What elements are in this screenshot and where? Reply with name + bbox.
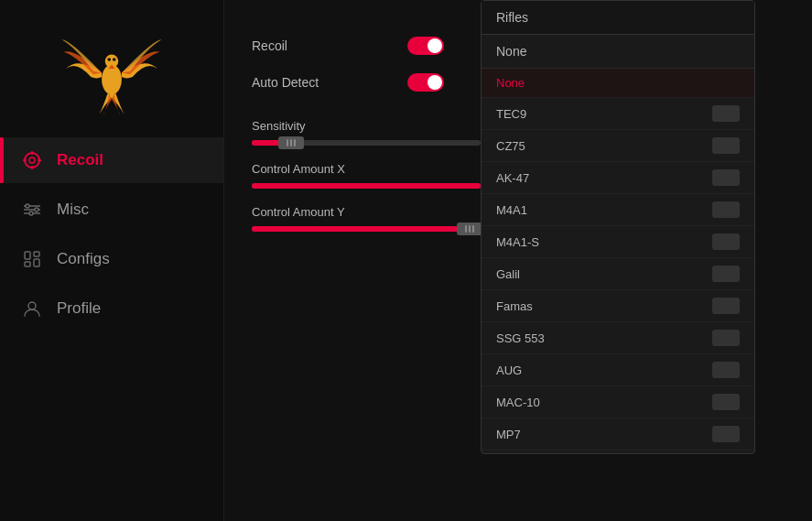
misc-label: Misc	[57, 201, 89, 219]
control-amount-y-thumb	[457, 223, 482, 235]
svg-rect-18	[34, 252, 39, 256]
dropdown-item-thumbnail	[712, 105, 740, 122]
dropdown-selected[interactable]: None	[482, 35, 754, 69]
dropdown-item-thumbnail	[712, 233, 740, 250]
sensitivity-thumb	[278, 136, 304, 149]
misc-icon	[22, 200, 42, 220]
dropdown-item[interactable]: AUG	[482, 354, 754, 386]
dropdown-item[interactable]: MP9	[482, 450, 754, 453]
recoil-toggle-label: Recoil	[252, 38, 334, 53]
phoenix-logo	[61, 23, 162, 114]
main-content: Recoil Auto Detect Sensitivity Control A	[224, 0, 812, 521]
svg-point-0	[102, 64, 122, 94]
dropdown-item-label: Famas	[496, 299, 533, 313]
dropdown-item-label: M4A1	[496, 203, 527, 217]
dropdown-item[interactable]: CZ75	[482, 130, 754, 162]
dropdown-item[interactable]: None	[482, 69, 754, 98]
dropdown-item[interactable]: MP7	[482, 418, 754, 450]
dropdown-item[interactable]: M4A1	[482, 194, 754, 226]
dropdown-item-label: TEC9	[496, 107, 526, 121]
dropdown-item[interactable]: TEC9	[482, 98, 754, 130]
svg-point-4	[113, 58, 116, 61]
control-amount-y-fill	[252, 226, 470, 232]
dropdown-item-label: None	[496, 76, 525, 90]
dropdown-item[interactable]: SSG 553	[482, 322, 754, 354]
svg-point-16	[29, 212, 33, 215]
sensitivity-slider[interactable]	[252, 140, 481, 146]
dropdown-item-thumbnail	[712, 137, 740, 154]
sidebar-item-configs[interactable]: Configs	[0, 236, 223, 282]
dropdown-item-thumbnail	[712, 169, 740, 186]
dropdown-item-label: AUG	[496, 364, 522, 377]
dropdown-item-thumbnail	[712, 201, 740, 218]
control-amount-x-slider[interactable]	[252, 183, 481, 189]
configs-label: Configs	[57, 250, 110, 268]
svg-point-21	[28, 302, 36, 309]
dropdown-item-thumbnail	[712, 298, 740, 314]
svg-point-14	[26, 204, 29, 208]
dropdown-header: Rifles	[482, 1, 754, 35]
weapon-dropdown: Rifles None NoneTEC9CZ75AK-47M4A1M4A1-SG…	[481, 0, 755, 454]
dropdown-item-label: MP7	[496, 428, 521, 441]
dropdown-item-label: M4A1-S	[496, 235, 539, 249]
recoil-toggle[interactable]	[407, 37, 444, 55]
svg-rect-17	[25, 252, 30, 259]
control-amount-y-slider[interactable]: 100Y	[252, 226, 481, 232]
recoil-label: Recoil	[57, 151, 103, 169]
configs-icon	[22, 249, 42, 269]
svg-rect-20	[34, 259, 39, 266]
sidebar: Recoil Misc	[0, 0, 224, 521]
svg-rect-19	[25, 262, 30, 266]
profile-icon	[22, 298, 42, 319]
auto-detect-toggle-label: Auto Detect	[252, 75, 334, 90]
dropdown-item-label: AK-47	[496, 171, 529, 185]
dropdown-item-label: MAC-10	[496, 396, 540, 409]
logo-container	[52, 18, 171, 119]
dropdown-item-label: Galil	[496, 267, 520, 281]
svg-point-5	[25, 153, 39, 168]
recoil-icon	[22, 150, 42, 170]
dropdown-list: NoneTEC9CZ75AK-47M4A1M4A1-SGalilFamasSSG…	[482, 69, 754, 453]
nav-menu: Recoil Misc	[0, 137, 223, 331]
sidebar-item-profile[interactable]: Profile	[0, 286, 223, 331]
dropdown-item[interactable]: MAC-10	[482, 386, 754, 418]
dropdown-item-thumbnail	[712, 266, 740, 282]
dropdown-item-thumbnail	[712, 394, 740, 410]
dropdown-item-thumbnail	[712, 362, 740, 378]
svg-point-6	[29, 157, 35, 163]
svg-point-15	[35, 208, 38, 212]
profile-label: Profile	[57, 299, 101, 318]
dropdown-item[interactable]: Galil	[482, 258, 754, 290]
control-amount-x-fill	[252, 183, 481, 189]
sidebar-item-misc[interactable]: Misc	[0, 187, 223, 233]
dropdown-item[interactable]: M4A1-S	[482, 226, 754, 258]
dropdown-item-thumbnail	[712, 330, 740, 346]
svg-point-3	[107, 58, 111, 61]
auto-detect-toggle[interactable]	[407, 73, 444, 92]
dropdown-item-label: CZ75	[496, 139, 525, 153]
sidebar-item-recoil[interactable]: Recoil	[0, 137, 223, 183]
dropdown-item[interactable]: Famas	[482, 290, 754, 322]
dropdown-item-thumbnail	[712, 426, 740, 442]
dropdown-item[interactable]: AK-47	[482, 162, 754, 194]
dropdown-item-label: SSG 553	[496, 331, 545, 345]
